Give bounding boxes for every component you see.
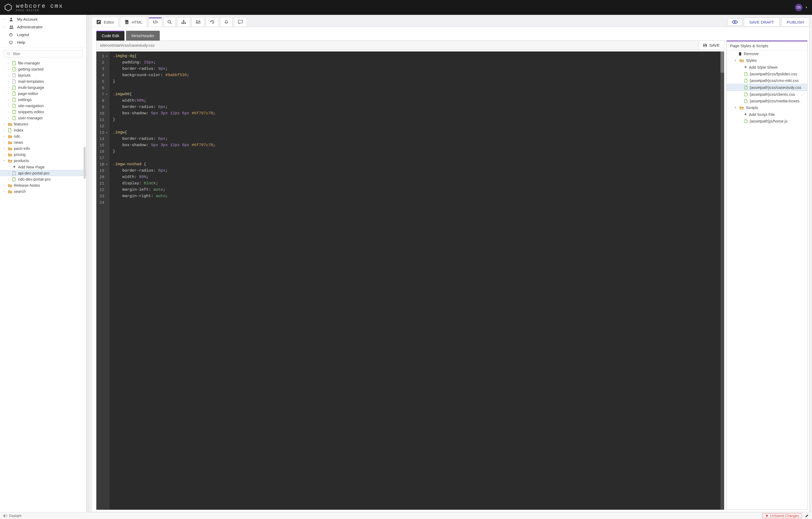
perm-icon xyxy=(196,20,200,24)
save-draft-button[interactable]: SAVE DRAFT xyxy=(744,18,780,27)
page-icon xyxy=(12,67,17,71)
line-number: 2 xyxy=(102,60,104,65)
rp-item--assetpath-css-casestudy-css[interactable]: {assetpath}css/casestudy.css xyxy=(727,84,807,91)
fold-icon[interactable]: ▾ xyxy=(106,93,108,96)
sidebar-link-help[interactable]: ?Help xyxy=(0,38,86,46)
sidebar-link-logout[interactable]: Logout xyxy=(0,31,86,38)
tree-item-ndc[interactable]: ▹ndc xyxy=(0,133,86,139)
tree-caret-icon: ▹ xyxy=(8,86,10,89)
scrollbar-thumb[interactable] xyxy=(84,147,86,179)
folder-o-icon xyxy=(740,59,744,62)
splitter[interactable] xyxy=(87,15,89,512)
tree-item-search[interactable]: ▹search xyxy=(0,188,86,194)
filter-box[interactable] xyxy=(4,50,83,57)
sidebar-link-label: My Account xyxy=(17,17,38,22)
rp-item--assetpath-css-cmx-mkt-css[interactable]: {assetpath}css/cmx-mkt.css xyxy=(727,77,807,84)
comment-icon xyxy=(238,20,243,24)
tree-item-news[interactable]: ▹news xyxy=(0,139,86,145)
rp-item-remove[interactable]: Remove xyxy=(727,51,807,57)
tree-item-label: ndc xyxy=(14,134,20,139)
svg-point-24 xyxy=(4,515,5,517)
filter-input[interactable] xyxy=(13,52,80,56)
right-panel: Page Styles & Scripts Remove▾Styles+Add … xyxy=(726,40,809,512)
tab-label: Editor xyxy=(104,20,114,24)
tree-item-products[interactable]: ▾products xyxy=(0,157,86,164)
tree-caret-icon: ▹ xyxy=(8,92,10,95)
tab-history[interactable] xyxy=(206,17,219,27)
tree-item-user-manager[interactable]: ▹user-manager xyxy=(0,115,86,121)
svg-marker-0 xyxy=(5,4,11,11)
line-number: 8 xyxy=(102,99,104,103)
rp-item--assetpath-css-media-boxes-[interactable]: {assetpath}css/media-boxes. xyxy=(727,98,807,104)
editor-scrollbar-thumb[interactable] xyxy=(721,52,724,73)
tree-caret-icon: ▾ xyxy=(4,159,6,162)
tree-item-pack-info[interactable]: ▹pack-info xyxy=(0,145,86,151)
sidebar-link-my-account[interactable]: ▹My Account xyxy=(0,16,86,23)
path-input[interactable] xyxy=(96,41,698,50)
tree-item-snippets-editor[interactable]: ▹snippets-editor xyxy=(0,109,86,115)
rp-item--assetpath-js-home-js[interactable]: {assetpath}js/home.js xyxy=(727,118,807,124)
svg-rect-16 xyxy=(185,23,186,24)
tree-item-index[interactable]: ▹index xyxy=(0,127,86,133)
rp-item--assetpath-css-clients-css[interactable]: {assetpath}css/clients.css xyxy=(727,91,807,98)
daylight-toggle[interactable]: Daylight xyxy=(3,514,22,518)
tree-item-getting-started[interactable]: ▹getting-started xyxy=(0,66,86,72)
tab-comment[interactable] xyxy=(234,17,247,27)
code-editor[interactable]: 1▾2 3 4 5 6 7▾8 9 10 11 12 13▾14 15 16 1… xyxy=(96,52,724,510)
rp-item-scripts[interactable]: ▾Scripts xyxy=(727,104,807,111)
pencil-icon[interactable] xyxy=(805,514,809,518)
rp-item-label: Add Style Sheet xyxy=(749,65,778,69)
sidebar-link-admininstrator[interactable]: ▹Admininstrator xyxy=(0,23,86,31)
fold-icon[interactable]: ▾ xyxy=(106,131,108,134)
rp-item-styles[interactable]: ▾Styles xyxy=(727,57,807,64)
publish-button[interactable]: PUBLISH xyxy=(781,18,809,27)
help-icon: ? xyxy=(9,40,14,44)
tree-item-mail-templates[interactable]: ▹mail-templates xyxy=(0,78,86,84)
tree-item-pricing[interactable]: ▹pricing xyxy=(0,151,86,157)
sidebar: ▹My Account▹AdmininstratorLogout?Help ▹f… xyxy=(0,15,87,512)
tab-label: HTML xyxy=(132,20,143,24)
tree-item-file-manager[interactable]: ▹file-manager xyxy=(0,60,86,66)
line-number: 13 xyxy=(99,130,104,135)
line-number: 5 xyxy=(102,80,104,84)
right-panel-title: Page Styles & Scripts xyxy=(727,41,807,51)
page-icon xyxy=(12,104,17,108)
tab-sitemap[interactable] xyxy=(177,17,190,27)
tab-code[interactable] xyxy=(149,18,162,27)
folder-icon xyxy=(8,184,12,187)
tab-editor[interactable]: Editor xyxy=(92,17,119,27)
subtab-meta-header[interactable]: Meta/Header xyxy=(126,31,160,40)
rp-item-add-style-sheet[interactable]: +Add Style Sheet xyxy=(727,64,807,70)
save-button[interactable]: SAVE xyxy=(698,41,724,50)
tree-caret-icon: ▹ xyxy=(8,62,10,64)
tab-bell[interactable] xyxy=(220,17,232,27)
preview-button[interactable] xyxy=(727,18,742,26)
user-menu[interactable]: D5 ▼ xyxy=(795,4,808,11)
tree-item-multi-language[interactable]: ▹multi-language xyxy=(0,84,86,90)
rp-item-add-script-file[interactable]: +Add Script File xyxy=(727,111,807,118)
tree-item-features[interactable]: ▹features xyxy=(0,121,86,127)
tree-item-layouts[interactable]: ▹layouts xyxy=(0,72,86,78)
tree-item-site-navigation[interactable]: ▹site-navigation xyxy=(0,103,86,109)
subtab-code-edit[interactable]: Code Edit xyxy=(96,31,124,40)
fold-icon[interactable]: ▾ xyxy=(106,55,108,58)
line-number: 9 xyxy=(102,105,104,110)
line-number: 1 xyxy=(102,54,104,59)
tree-caret-icon: ▹ xyxy=(4,184,6,187)
logo-block[interactable]: webcore cmx PROD-MASTER xyxy=(4,3,63,12)
editor-scrollbar-track[interactable] xyxy=(721,52,724,510)
line-number: 24 xyxy=(99,201,104,205)
tree-item-api-dev-portal-pro[interactable]: ▹api-dev-portal-pro xyxy=(0,170,86,176)
tree-item-release-notes[interactable]: ▹Release-Notes xyxy=(0,182,86,188)
tree-item-add-new-page[interactable]: +Add New Page xyxy=(0,164,86,170)
tab-html[interactable]: HTML xyxy=(120,17,147,27)
rp-item--assetpath-css-fpslides-css[interactable]: {assetpath}css/fpslides.css xyxy=(727,70,807,77)
tab-perm[interactable] xyxy=(192,17,204,27)
tree-item-ndc-dev-portal-pro[interactable]: ▹ndc-dev-portal-pro xyxy=(0,176,86,182)
tab-search[interactable] xyxy=(164,17,176,27)
tree-item-settings[interactable]: ▹settings xyxy=(0,96,86,103)
fold-icon[interactable]: ▾ xyxy=(106,163,108,166)
tree-item-page-editor[interactable]: ▹page-editor xyxy=(0,90,86,96)
unsaved-badge[interactable]: UnSaved Changes xyxy=(762,513,802,518)
brand-name: webcore cmx xyxy=(16,3,63,9)
